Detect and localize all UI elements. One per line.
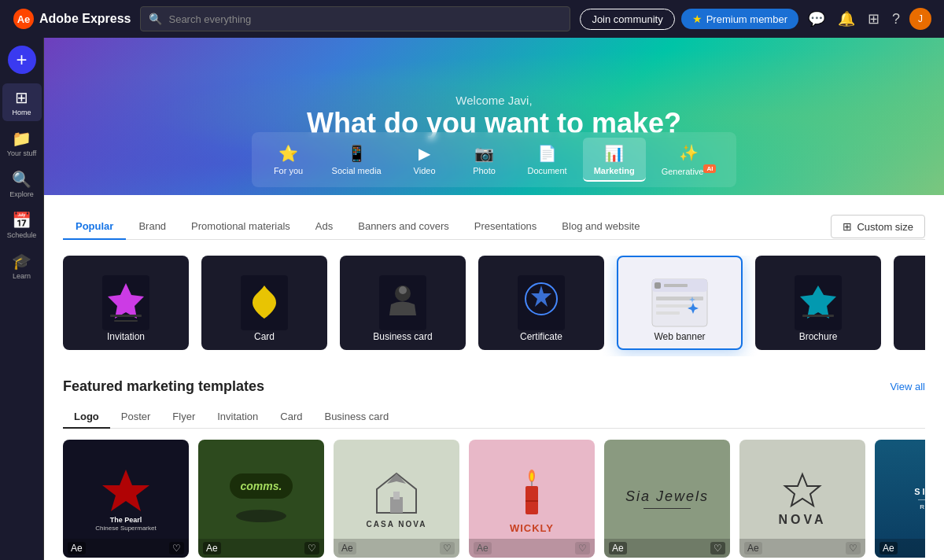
- logo-card-pearl[interactable]: The PearlChinese Supermarket Ae ♡: [63, 440, 189, 558]
- cat-tab-for-you[interactable]: ⭐ For you: [261, 138, 316, 182]
- premium-label: Premium member: [706, 13, 787, 25]
- cat-for-you-label: For you: [274, 166, 303, 175]
- featured-tab-card[interactable]: Card: [269, 406, 313, 429]
- favorite-icon[interactable]: ♡: [575, 542, 590, 554]
- web-banner-illustration: [648, 271, 711, 334]
- category-tabs: ⭐ For you 📱 Social media ▶ Video 📷 Photo…: [252, 132, 737, 187]
- app-name: Adobe Express: [39, 12, 131, 26]
- pearl-footer: Ae ♡: [63, 539, 189, 558]
- cat-document-label: Document: [528, 166, 567, 175]
- template-card-business-card[interactable]: Business card: [340, 256, 466, 350]
- adobe-icon-small: Ae: [474, 542, 492, 554]
- search-bar[interactable]: 🔍: [140, 6, 570, 31]
- svg-marker-28: [102, 470, 149, 511]
- logo-card-nova[interactable]: NOVA Ae ♡: [739, 440, 865, 558]
- filter-tab-brand[interactable]: Brand: [126, 214, 179, 240]
- premium-member-button[interactable]: ★ Premium member: [681, 9, 798, 29]
- favorite-icon[interactable]: ♡: [710, 542, 725, 554]
- favorite-icon[interactable]: ♡: [304, 542, 319, 554]
- featured-tab-poster[interactable]: Poster: [110, 406, 162, 429]
- filter-tab-blog[interactable]: Blog and website: [549, 214, 652, 240]
- template-card-certificate[interactable]: Certificate: [478, 256, 604, 350]
- adobe-icon-small: Ae: [609, 542, 627, 554]
- featured-tab-business-card[interactable]: Business card: [313, 406, 400, 429]
- card-illustration: [237, 271, 292, 334]
- cat-tab-marketing[interactable]: 📊 Marketing: [583, 138, 646, 182]
- sidebar-item-learn[interactable]: 🎓 Learn: [2, 247, 42, 285]
- svg-rect-19: [656, 311, 680, 315]
- cat-generative-label: GenerativeAI: [662, 165, 717, 176]
- logo-card-sia-jewels[interactable]: Sia Jewels Ae ♡: [604, 440, 730, 558]
- filter-tab-popular[interactable]: Popular: [63, 214, 126, 240]
- templates-grid: Invitation Card Business card: [63, 256, 925, 356]
- document-icon: 📄: [537, 144, 557, 163]
- sidebar-item-explore[interactable]: 🔍 Explore: [2, 165, 42, 203]
- sidebar-item-home[interactable]: ⊞ Home: [2, 83, 42, 121]
- notifications-button[interactable]: 🔔: [835, 7, 858, 31]
- custom-size-button[interactable]: ⊞ Custom size: [831, 215, 925, 238]
- custom-size-label: Custom size: [857, 221, 913, 233]
- template-card-card[interactable]: Card: [201, 256, 327, 350]
- cat-tab-generative[interactable]: ✨ GenerativeAI: [651, 137, 728, 182]
- svg-point-35: [530, 473, 533, 481]
- brochure-illustration: [791, 271, 846, 334]
- hero-banner: Welcome Javi, What do you want to make? …: [44, 38, 944, 195]
- search-input[interactable]: [168, 13, 562, 25]
- logo-card-wickly[interactable]: WICKLY Ae ♡: [469, 440, 595, 558]
- help-button[interactable]: ?: [889, 8, 903, 31]
- casanova-illustration: [373, 470, 420, 517]
- logo-card-comms[interactable]: comms. Ae ♡: [198, 440, 324, 558]
- favorite-icon[interactable]: ♡: [169, 542, 184, 554]
- svg-rect-16: [664, 284, 688, 287]
- view-all-link[interactable]: View all: [890, 381, 925, 392]
- cat-tab-photo[interactable]: 📷 Photo: [457, 138, 512, 182]
- template-card-web-banner[interactable]: Web banner: [617, 256, 743, 350]
- featured-tab-logo[interactable]: Logo: [63, 406, 110, 429]
- sidebar-item-schedule[interactable]: 📅 Schedule: [2, 206, 42, 244]
- svg-rect-17: [656, 297, 703, 300]
- template-card-invitation[interactable]: Invitation: [63, 256, 189, 350]
- featured-title: Featured marketing templates: [63, 378, 264, 395]
- apps-button[interactable]: ⊞: [865, 7, 883, 31]
- comments-button[interactable]: 💬: [805, 7, 828, 31]
- template-card-infographic[interactable]: Infographic: [894, 256, 925, 350]
- generative-icon: ✨: [679, 143, 699, 162]
- cat-tab-video[interactable]: ▶ Video: [397, 138, 452, 182]
- featured-tab-flyer[interactable]: Flyer: [161, 406, 206, 429]
- cat-tab-document[interactable]: 📄 Document: [517, 138, 578, 182]
- logo: Ae Adobe Express: [13, 8, 131, 30]
- comms-footer: Ae ♡: [198, 539, 324, 558]
- wickly-candle: [516, 464, 548, 519]
- svg-point-29: [236, 510, 286, 522]
- svg-rect-33: [393, 492, 400, 499]
- sidebar-item-your-stuff[interactable]: 📁 Your stuff: [2, 124, 42, 162]
- certificate-illustration: [514, 271, 569, 334]
- svg-rect-4: [110, 315, 142, 317]
- comms-decoration: [230, 500, 293, 524]
- favorite-icon[interactable]: ♡: [846, 542, 861, 554]
- adobe-icon-small: Ae: [203, 542, 221, 554]
- cat-video-label: Video: [414, 166, 436, 175]
- template-card-brochure[interactable]: Brochure: [755, 256, 881, 350]
- adobe-icon-small: Ae: [338, 542, 356, 554]
- sidebar-home-label: Home: [12, 109, 31, 116]
- filter-tab-ads[interactable]: Ads: [303, 214, 345, 240]
- favorite-icon[interactable]: ♡: [440, 542, 455, 554]
- hero-bottom: ⭐ For you 📱 Social media ▶ Video 📷 Photo…: [44, 132, 944, 195]
- user-profile-button[interactable]: J: [909, 8, 931, 30]
- logo-card-sierra[interactable]: SIERRA RESORT Ae ♡: [875, 440, 925, 558]
- new-project-button[interactable]: +: [8, 46, 36, 74]
- filter-tab-presentations[interactable]: Presentations: [462, 214, 550, 240]
- filter-tab-promotional[interactable]: Promotional materials: [179, 214, 303, 240]
- featured-tab-invitation[interactable]: Invitation: [206, 406, 269, 429]
- pearl-logo-illustration: [87, 466, 165, 513]
- svg-rect-5: [114, 320, 138, 322]
- filter-tab-banners[interactable]: Banners and covers: [345, 214, 462, 240]
- svg-point-9: [399, 286, 407, 294]
- logo-card-casanova[interactable]: CASA NOVA Ae ♡: [334, 440, 459, 558]
- sidebar-learn-label: Learn: [13, 272, 31, 280]
- sidebar-your-stuff-label: Your stuff: [7, 149, 37, 157]
- join-community-button[interactable]: Join community: [580, 9, 674, 30]
- cat-tab-social-media[interactable]: 📱 Social media: [321, 138, 393, 182]
- learn-icon: 🎓: [12, 252, 31, 271]
